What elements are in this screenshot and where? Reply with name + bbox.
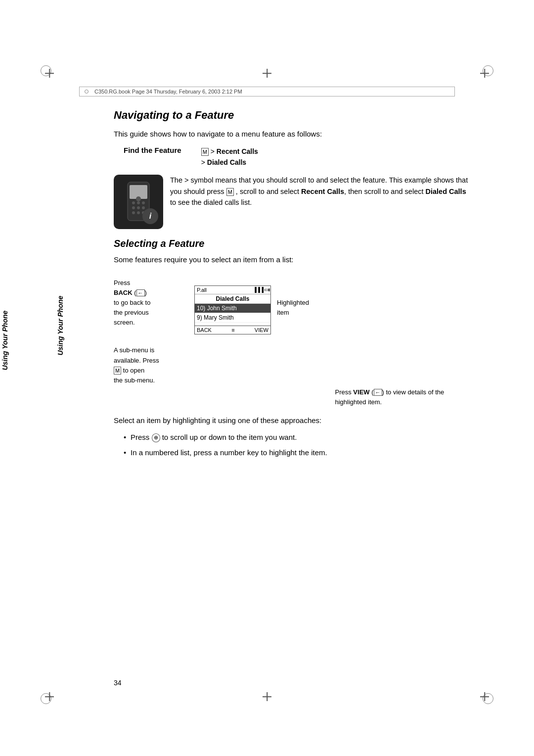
bullet-list: Press ⊕ to scroll up or down to the item… (124, 431, 470, 459)
screen-title: Dialed Calls (195, 294, 270, 304)
section1-heading: Navigating to a Feature (114, 109, 470, 122)
right-labels: Highlighted item (277, 271, 309, 318)
scroll-icon: ⊕ (152, 433, 160, 442)
info-text-block: The > symbol means that you should scrol… (170, 175, 470, 208)
bullet-item-2: In a numbered list, press a number key t… (124, 447, 470, 458)
diagram-container: Press BACK (←) to go back to the previou… (114, 271, 470, 408)
screen-battery-bars: ▐▐▐ (253, 287, 264, 292)
svg-point-3 (137, 201, 140, 204)
screen-row-2: 9) Mary Smith (195, 313, 270, 323)
phone-screen: P.all ▐▐▐ Dialed Calls 10) John Smith 9)… (194, 285, 271, 334)
section2-intro: Some features require you to select an i… (114, 254, 470, 266)
svg-point-4 (142, 201, 145, 204)
item-label: item (277, 309, 289, 316)
phone-screen-wrapper: P.all ▐▐▐ Dialed Calls 10) John Smith 9)… (194, 276, 271, 334)
submenu-menu-icon: M (114, 367, 121, 375)
feature-label: Find the Feature (124, 146, 181, 154)
highlighted-label: Highlighted (277, 299, 309, 306)
info-icon: i (142, 208, 158, 224)
info-bold-recent: Recent Calls (301, 188, 344, 195)
feature-value: M > Recent Calls > Dialed Calls (201, 146, 258, 168)
back-bold: BACK (114, 289, 133, 296)
feature-arrow1: > (211, 147, 217, 155)
reg-circle-tr (483, 65, 493, 76)
file-info-bar: C350.RG.book Page 34 Thursday, February … (79, 87, 455, 96)
reg-circle-tl (41, 65, 51, 76)
svg-point-7 (142, 206, 145, 209)
screen-battery-wrapper: ▐▐▐ (253, 287, 268, 292)
bottom-right-label: Press VIEW (←) to view details of the hi… (335, 387, 470, 407)
info-bold-dialed: Dialed Calls (426, 188, 466, 195)
info-box: i The > symbol means that you should scr… (114, 175, 470, 229)
feature-table: Find the Feature M > Recent Calls > Dial… (124, 146, 470, 168)
reg-circle-br (483, 693, 493, 704)
softkey-mid: ≡ (231, 327, 234, 333)
feature-recent-calls: Recent Calls (217, 147, 258, 155)
feature-arrow2: > (201, 158, 207, 166)
submenu-label: A sub-menu is available. Press M to open… (114, 345, 190, 385)
info-menu-icon: M (226, 188, 234, 196)
bottom-left-label (114, 387, 249, 407)
section1-intro: This guide shows how to navigate to a me… (114, 129, 470, 140)
left-labels: Press BACK (←) to go back to the previou… (114, 271, 190, 385)
section2-heading: Selecting a Feature (114, 238, 470, 249)
svg-point-5 (132, 206, 135, 209)
screen-status-bar: P.all ▐▐▐ (195, 286, 270, 294)
view-icon: ← (374, 389, 382, 396)
diagram-row: Press BACK (←) to go back to the previou… (114, 271, 470, 385)
select-intro: Select an item by highlighting it using … (114, 415, 470, 426)
softkey-view: VIEW (255, 327, 268, 333)
svg-point-2 (132, 201, 135, 204)
sidebar-rotated-label: Using Your Phone (56, 296, 64, 356)
back-icon: ← (136, 289, 145, 296)
bullet-item-1: Press ⊕ to scroll up or down to the item… (124, 431, 470, 443)
svg-point-11 (136, 196, 141, 201)
menu-icon-feature: M (201, 148, 209, 156)
page-number: 34 (114, 679, 122, 687)
screen-softkeys: BACK ≡ VIEW (195, 326, 270, 334)
view-bold: VIEW (353, 388, 369, 396)
svg-point-8 (132, 211, 135, 214)
file-info-text: C350.RG.book Page 34 Thursday, February … (94, 89, 242, 94)
reg-circle-bl (41, 693, 51, 704)
svg-point-6 (137, 206, 140, 209)
screen-battery (265, 289, 268, 291)
bottom-diagram-labels: Press VIEW (←) to view details of the hi… (114, 387, 470, 407)
feature-dialed-calls: Dialed Calls (207, 158, 246, 166)
screen-row-1: 10) John Smith (195, 304, 270, 313)
press-back-label: Press BACK (←) to go back to the previou… (114, 278, 190, 328)
main-content: Navigating to a Feature This guide shows… (114, 109, 470, 463)
sidebar-label: Using Your Phone (1, 311, 9, 371)
screen-signal: P.all (197, 287, 207, 293)
phone-image: i (114, 175, 163, 229)
softkey-back: BACK (197, 327, 212, 333)
file-info-dot (85, 90, 89, 94)
svg-point-9 (137, 211, 140, 214)
